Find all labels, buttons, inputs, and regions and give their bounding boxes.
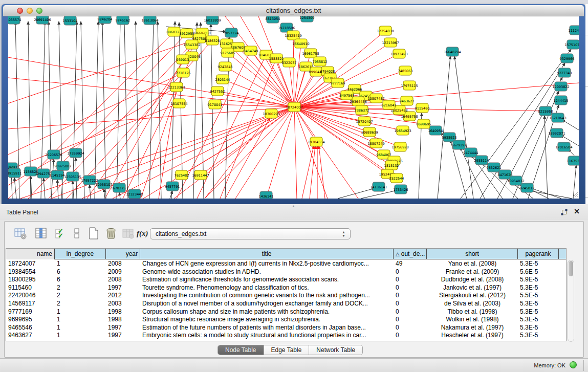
column-header-short[interactable]: short bbox=[427, 249, 518, 259]
svg-text:15751074: 15751074 bbox=[564, 43, 579, 47]
svg-text:9457791: 9457791 bbox=[165, 185, 180, 189]
table-cell: 0 bbox=[394, 276, 427, 284]
table-cell: 5.3E-5 bbox=[518, 316, 559, 324]
svg-text:3915911: 3915911 bbox=[8, 171, 21, 176]
column-header-pagerank[interactable]: pagerank bbox=[518, 249, 559, 259]
table-cell: 5.3E-5 bbox=[518, 332, 559, 340]
svg-text:12093822: 12093822 bbox=[552, 85, 569, 89]
network-table-select-value: citations_edges.txt bbox=[156, 230, 206, 237]
table-row[interactable]: 911546021997Tourette syndrome. Phenomeno… bbox=[6, 284, 566, 292]
svg-text:7955812: 7955812 bbox=[313, 60, 328, 64]
float-panel-icon[interactable] bbox=[561, 209, 568, 215]
table-mode-icon[interactable] bbox=[14, 227, 27, 240]
svg-text:9329966: 9329966 bbox=[560, 57, 575, 61]
table-row[interactable]: 1830029562008Estimation of significance … bbox=[6, 276, 566, 284]
memory-status-indicator[interactable] bbox=[570, 361, 577, 368]
table-cell: 0 bbox=[394, 292, 427, 300]
column-header-title[interactable]: title bbox=[140, 249, 394, 259]
stacked-rows-icon[interactable] bbox=[70, 227, 83, 240]
new-column-icon[interactable] bbox=[87, 227, 100, 240]
table-cell: 9463627 bbox=[6, 332, 55, 340]
table-row[interactable]: 946554611997Estimation of the future num… bbox=[6, 324, 566, 332]
table-header-row: namein_degreeyeartitle△out_de...shortpag… bbox=[6, 249, 566, 259]
import-table-icon[interactable] bbox=[121, 227, 135, 240]
vertical-scrollbar[interactable] bbox=[568, 260, 574, 342]
tab-edge-table[interactable]: Edge Table bbox=[264, 345, 310, 355]
select-stepper-icon: ▲▼ bbox=[340, 230, 347, 237]
table-cell: 1997 bbox=[106, 332, 140, 340]
tab-network-table[interactable]: Network Table bbox=[309, 345, 362, 355]
svg-text:19218596: 19218596 bbox=[278, 26, 295, 30]
function-builder-icon[interactable]: f(x) bbox=[137, 229, 150, 242]
svg-text:12505135: 12505135 bbox=[64, 175, 81, 179]
column-header-name[interactable]: name bbox=[6, 249, 55, 259]
svg-text:✓: ✓ bbox=[58, 232, 63, 239]
table-row[interactable]: 977716911998Corpus callosum shape and si… bbox=[6, 308, 566, 316]
network-table-select[interactable]: citations_edges.txt ▲▼ bbox=[150, 228, 351, 239]
show-column-icon[interactable] bbox=[34, 227, 48, 240]
close-panel-icon[interactable]: ✕ bbox=[574, 207, 580, 215]
table-cell: 1 bbox=[55, 260, 106, 268]
svg-text:16648794: 16648794 bbox=[444, 50, 461, 54]
svg-text:939013: 939013 bbox=[177, 58, 189, 62]
svg-text:9427552: 9427552 bbox=[210, 90, 225, 94]
svg-text:4035574: 4035574 bbox=[8, 18, 21, 22]
table-row[interactable]: 1938455462009Genome-wide association stu… bbox=[6, 268, 566, 276]
sort-ascending-icon: △ bbox=[396, 251, 400, 257]
window-titlebar[interactable]: citations_edges.txt bbox=[3, 5, 584, 16]
svg-text:8813054: 8813054 bbox=[266, 17, 280, 21]
table-cell: Genome-wide association studies in ADHD. bbox=[140, 268, 394, 276]
svg-text:16782753: 16782753 bbox=[111, 186, 127, 190]
table-cell: 0 bbox=[394, 268, 427, 276]
table-row[interactable]: 2242004622012Investigating the contribut… bbox=[6, 292, 566, 300]
network-window: citations_edges.txt 40355742069140615331… bbox=[2, 4, 585, 205]
svg-text:19384554: 19384554 bbox=[308, 140, 324, 144]
table-cell: 2 bbox=[55, 292, 106, 300]
svg-text:7386372: 7386372 bbox=[355, 108, 369, 113]
table-cell: 5.6E-5 bbox=[518, 268, 559, 276]
table-cell: 0 bbox=[394, 316, 427, 324]
table-cell: Embryonic stem cells: a model to study s… bbox=[140, 332, 394, 340]
svg-text:6497568: 6497568 bbox=[340, 94, 355, 98]
table-cell: 5.3E-5 bbox=[518, 308, 559, 316]
resize-grip-icon[interactable] bbox=[571, 191, 578, 198]
tab-node-table[interactable]: Node Table bbox=[218, 345, 264, 355]
table-row[interactable]: 1872400712008Changes of HCN gene express… bbox=[6, 260, 566, 268]
column-header-year[interactable]: year bbox=[106, 249, 140, 259]
svg-text:2522544: 2522544 bbox=[389, 177, 404, 181]
table-row[interactable]: 946362711997Embryonic stem cells: a mode… bbox=[6, 332, 566, 340]
table-cell: 9777169 bbox=[6, 308, 55, 316]
splitter-handle[interactable]: ▲ bbox=[292, 205, 296, 207]
svg-text:6679197: 6679197 bbox=[452, 143, 467, 147]
citation-network-graph[interactable]: 4035574206914061533104924620497451621861… bbox=[8, 16, 579, 199]
svg-text:16911447: 16911447 bbox=[192, 173, 209, 178]
table-cell: Stergiakouli et al. (2012) bbox=[427, 292, 518, 300]
row-checks-icon[interactable]: ✓✓ bbox=[54, 227, 67, 240]
svg-text:9463627: 9463627 bbox=[400, 99, 415, 103]
table-cell: 1998 bbox=[106, 308, 140, 316]
table-cell: Disruption of a novel member of a sodium… bbox=[140, 300, 394, 308]
svg-text:2803144: 2803144 bbox=[215, 78, 230, 82]
column-header-out_de[interactable]: △out_de... bbox=[394, 249, 427, 259]
svg-text:18724007: 18724007 bbox=[286, 105, 302, 110]
scrollbar-thumb[interactable] bbox=[569, 261, 573, 276]
svg-text:6794028: 6794028 bbox=[320, 70, 335, 74]
svg-text:18325419: 18325419 bbox=[285, 34, 301, 38]
table-cell: 9465546 bbox=[6, 324, 55, 332]
svg-text:7857224: 7857224 bbox=[224, 31, 239, 35]
table-cell: Jankovic et al. (1997) bbox=[427, 284, 518, 292]
table-cell: 9115460 bbox=[6, 284, 55, 292]
table-cell: Dudbridge et al. (2008) bbox=[427, 276, 518, 284]
delete-column-icon[interactable] bbox=[104, 227, 118, 240]
svg-text:9227343: 9227343 bbox=[557, 71, 572, 75]
svg-text:9245012: 9245012 bbox=[520, 186, 535, 190]
table-cell: Estimation of significance thresholds fo… bbox=[140, 276, 394, 284]
table-row[interactable]: 1456911722003Disruption of a novel membe… bbox=[6, 300, 566, 308]
table-cell: 5.5E-5 bbox=[518, 292, 559, 300]
column-header-in_degree[interactable]: in_degree bbox=[55, 249, 106, 259]
table-cell: 14569117 bbox=[6, 300, 55, 308]
network-canvas[interactable]: 4035574206914061533104924620497451621861… bbox=[8, 16, 579, 199]
svg-text:16961758: 16961758 bbox=[302, 52, 319, 56]
table-row[interactable]: 969969511998Structural magnetic resonanc… bbox=[6, 316, 566, 324]
svg-text:19654923: 19654923 bbox=[394, 129, 411, 133]
